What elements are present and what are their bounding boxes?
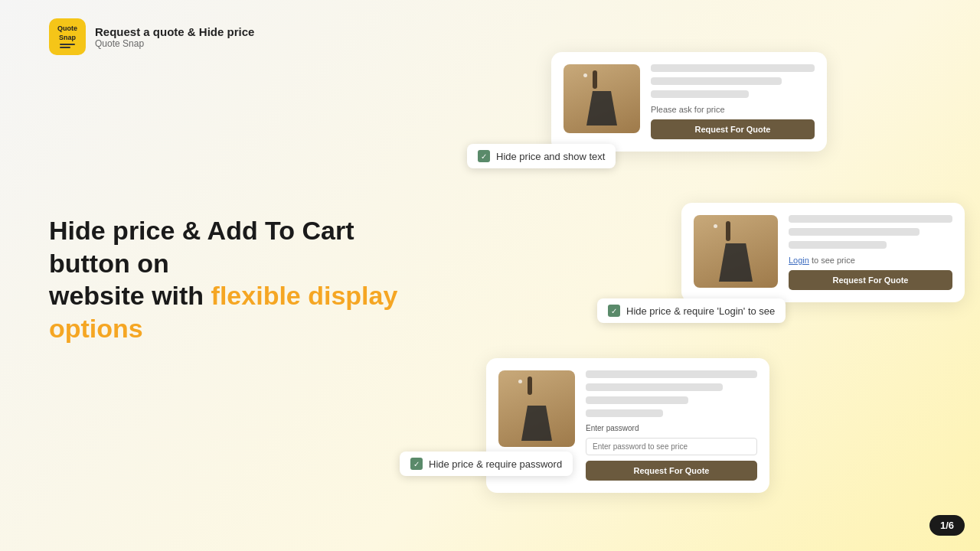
heading-line1: Hide price & Add To Cart button on <box>49 216 354 278</box>
checkbox-checked-icon <box>478 150 490 162</box>
logo: Quote Snap <box>49 18 86 55</box>
checkbox-checked-icon2 <box>608 305 620 317</box>
card3-content: Enter password Request For Quote <box>586 370 757 481</box>
skeleton-line-2 <box>651 77 782 85</box>
header-text: Request a quote & Hide price Quote Snap <box>95 25 254 49</box>
flower-decoration2 <box>714 224 717 228</box>
tooltip-hide-price-login: Hide price & require 'Login' to see <box>597 298 786 323</box>
skeleton-line-7 <box>586 370 757 378</box>
card3-request-button[interactable]: Request For Quote <box>586 461 757 481</box>
tooltip-hide-price-text: Hide price and show text <box>467 144 616 168</box>
app-subtitle: Quote Snap <box>95 38 254 49</box>
card1-product-image <box>564 64 640 133</box>
skeleton-line-1 <box>651 64 815 72</box>
card2-content: Login to see price Request For Quote <box>789 215 952 290</box>
skeleton-line-10 <box>586 409 663 417</box>
app-title: Request a quote & Hide price <box>95 25 254 38</box>
tooltip2-label: Hide price & require 'Login' to see <box>626 305 775 317</box>
card2-request-button[interactable]: Request For Quote <box>789 270 952 290</box>
card-hide-price-login: Login to see price Request For Quote <box>681 203 965 302</box>
card-hide-price-text: Please ask for price Request For Quote <box>551 52 827 152</box>
logo-icon <box>60 44 75 48</box>
password-input[interactable] <box>586 438 757 455</box>
logo-line1 <box>60 44 75 45</box>
logo-text-line1: Quote <box>57 25 77 32</box>
main-heading: Hide price & Add To Cart button on websi… <box>49 214 416 344</box>
logo-line2 <box>60 47 70 48</box>
card1-content: Please ask for price Request For Quote <box>651 64 815 139</box>
ask-price-text: Please ask for price <box>651 105 815 114</box>
card3-product-image <box>498 370 575 447</box>
login-text: to see price <box>812 256 855 265</box>
tooltip3-label: Hide price & require password <box>429 458 562 470</box>
page-indicator: 1/6 <box>929 515 965 536</box>
flower-decoration3 <box>518 380 522 383</box>
card1-request-button[interactable]: Request For Quote <box>651 119 815 139</box>
skeleton-line-5 <box>789 228 920 236</box>
card2-product-image <box>694 215 778 288</box>
header: Quote Snap Request a quote & Hide price … <box>49 18 254 55</box>
skeleton-line-6 <box>789 241 887 249</box>
login-link[interactable]: Login <box>789 256 809 265</box>
heading-line2-plain: website with <box>49 281 211 310</box>
logo-text-line2: Snap <box>59 34 76 41</box>
tooltip1-label: Hide price and show text <box>496 151 605 162</box>
password-label: Enter password <box>586 424 757 432</box>
heading-text: Hide price & Add To Cart button on websi… <box>49 214 416 344</box>
skeleton-line-4 <box>789 215 952 223</box>
skeleton-line-3 <box>651 90 749 98</box>
login-link-text: Login to see price <box>789 256 952 265</box>
tooltip-hide-price-password: Hide price & require password <box>400 452 573 476</box>
skeleton-line-9 <box>586 396 688 404</box>
skeleton-line-8 <box>586 383 723 391</box>
flower-decoration <box>583 73 587 77</box>
checkbox-checked-icon3 <box>410 458 423 470</box>
